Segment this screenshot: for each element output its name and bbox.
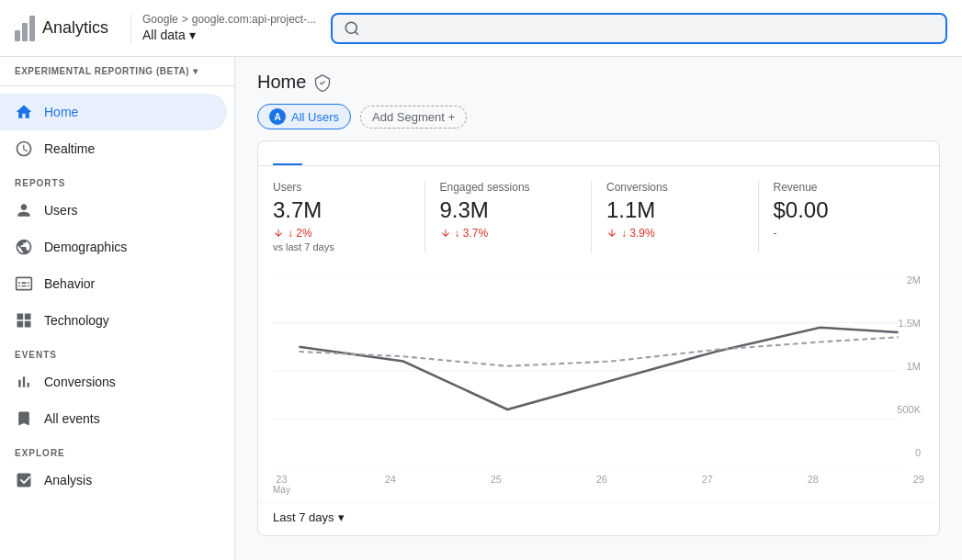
sidebar-item-behavior[interactable]: Behavior <box>0 265 227 302</box>
clock-icon <box>15 140 33 158</box>
metric-conversions-label: Conversions <box>606 181 743 194</box>
sidebar-item-conversions[interactable]: Conversions <box>0 364 227 400</box>
x-label-26: 26 <box>596 474 607 495</box>
reports-section-label: REPORTS <box>0 167 234 192</box>
experimental-arrow[interactable]: ▾ <box>193 66 198 76</box>
arrow-down-icon <box>273 228 284 239</box>
date-range-selector[interactable]: Last 7 days ▾ <box>273 510 345 524</box>
app-logo: Analytics <box>15 16 108 41</box>
breadcrumb-project: google.com:api-project-... <box>192 13 316 28</box>
metric-conversions: Conversions 1.1M ↓ 3.9% <box>592 181 759 252</box>
line-chart <box>273 274 924 467</box>
globe-icon <box>15 238 33 256</box>
logo-bar-1 <box>15 30 20 41</box>
grid-icon <box>15 311 33 330</box>
segments-row: A All Users Add Segment + <box>235 104 962 140</box>
chart-x-labels: 23 May 24 25 26 27 <box>273 470 924 502</box>
explore-section-label: EXPLORE <box>0 437 234 462</box>
y-label-1m: 1M <box>897 361 921 372</box>
stats-tab-bar <box>258 141 939 166</box>
metric-users-value: 3.7M <box>273 197 410 223</box>
x-label-23: 23 May <box>273 474 290 495</box>
sidebar-item-demographics[interactable]: Demographics <box>0 229 227 265</box>
breadcrumb: Google > google.com:api-project-... All … <box>142 13 316 44</box>
experimental-banner: EXPERIMENTAL REPORTING (BETA) ▾ <box>0 57 234 86</box>
add-segment-label: Add Segment <box>372 110 445 124</box>
metric-engaged-value: 9.3M <box>440 197 577 223</box>
sidebar-label-behavior: Behavior <box>44 276 95 291</box>
page-title: Home <box>257 72 306 93</box>
app-header: Analytics Google > google.com:api-projec… <box>0 0 962 57</box>
metric-users: Users 3.7M ↓ 2% vs last 7 days <box>273 181 425 252</box>
sidebar: EXPERIMENTAL REPORTING (BETA) ▾ Home Rea… <box>0 57 235 560</box>
bookmark-icon <box>15 409 33 428</box>
metric-conversions-change: ↓ 3.9% <box>606 227 743 240</box>
header-divider <box>130 14 131 43</box>
stats-metrics: Users 3.7M ↓ 2% vs last 7 days Engaged s… <box>258 166 939 267</box>
sidebar-item-technology[interactable]: Technology <box>0 302 227 339</box>
data-selector-label: All data <box>142 27 186 43</box>
logo-bar-2 <box>22 23 28 41</box>
y-label-0: 0 <box>897 447 921 458</box>
sidebar-label-analysis: Analysis <box>44 473 92 487</box>
metric-revenue-change: - <box>774 227 911 240</box>
segment-label: All Users <box>291 110 339 124</box>
stats-card: Users 3.7M ↓ 2% vs last 7 days Engaged s… <box>257 140 940 536</box>
stats-tab-overview[interactable] <box>273 141 302 165</box>
bar-chart-icon <box>15 373 33 391</box>
search-input[interactable] <box>368 21 934 36</box>
sidebar-label-conversions: Conversions <box>44 375 116 389</box>
sidebar-item-users[interactable]: Users <box>0 192 227 229</box>
x-label-27: 27 <box>702 474 713 495</box>
sidebar-label-technology: Technology <box>44 313 109 328</box>
verified-shield-icon <box>313 73 332 92</box>
arrow-down-icon <box>440 228 451 239</box>
analysis-icon <box>15 471 33 489</box>
logo-bar-3 <box>29 16 35 41</box>
x-label-29: 29 <box>913 474 924 495</box>
breadcrumb-provider: Google <box>142 13 178 28</box>
screen-icon <box>15 274 33 293</box>
metric-revenue: Revenue $0.00 - <box>759 181 925 252</box>
app-title: Analytics <box>42 18 108 38</box>
events-section-label: EVENTS <box>0 339 234 364</box>
add-icon: + <box>448 110 456 124</box>
svg-point-0 <box>345 22 357 33</box>
metric-revenue-value: $0.00 <box>774 197 911 223</box>
x-label-25: 25 <box>491 474 502 495</box>
sidebar-item-all-events[interactable]: All events <box>0 400 227 437</box>
sidebar-label-users: Users <box>44 203 78 218</box>
metric-engaged-label: Engaged sessions <box>440 181 577 194</box>
search-icon <box>344 20 360 37</box>
chevron-down-icon: ▾ <box>189 27 196 43</box>
x-label-28: 28 <box>808 474 819 495</box>
search-bar[interactable] <box>331 13 947 44</box>
all-users-segment-chip[interactable]: A All Users <box>257 104 351 129</box>
main-layout: EXPERIMENTAL REPORTING (BETA) ▾ Home Rea… <box>0 57 962 560</box>
sidebar-item-home[interactable]: Home <box>0 94 227 130</box>
main-content: Home A All Users Add Segment + <box>235 57 962 560</box>
sidebar-item-realtime[interactable]: Realtime <box>0 130 227 167</box>
sidebar-label-all-events: All events <box>44 411 100 426</box>
breadcrumb-separator: > <box>182 13 188 28</box>
vs-label: vs last 7 days <box>273 241 410 252</box>
x-label-24: 24 <box>385 474 396 495</box>
sidebar-label-home: Home <box>44 105 78 119</box>
sidebar-nav: Home Realtime REPORTS Users <box>0 86 234 506</box>
y-label-2m: 2M <box>897 274 921 286</box>
arrow-down-icon <box>606 228 617 239</box>
sidebar-label-demographics: Demographics <box>44 240 127 254</box>
y-label-500k: 500K <box>897 404 921 415</box>
segment-avatar: A <box>269 108 286 125</box>
metric-revenue-label: Revenue <box>774 181 911 194</box>
date-range-label: Last 7 days <box>273 510 334 524</box>
date-range-arrow-icon: ▾ <box>338 510 345 524</box>
add-segment-button[interactable]: Add Segment + <box>360 106 467 129</box>
metric-users-change: ↓ 2% <box>273 227 410 240</box>
y-label-1.5m: 1.5M <box>897 318 921 329</box>
chart-footer: Last 7 days ▾ <box>258 502 939 535</box>
data-selector[interactable]: All data ▾ <box>142 27 316 43</box>
analytics-logo-icon <box>15 16 35 41</box>
sidebar-item-analysis[interactable]: Analysis <box>0 462 227 498</box>
metric-engaged-sessions: Engaged sessions 9.3M ↓ 3.7% <box>425 181 593 252</box>
